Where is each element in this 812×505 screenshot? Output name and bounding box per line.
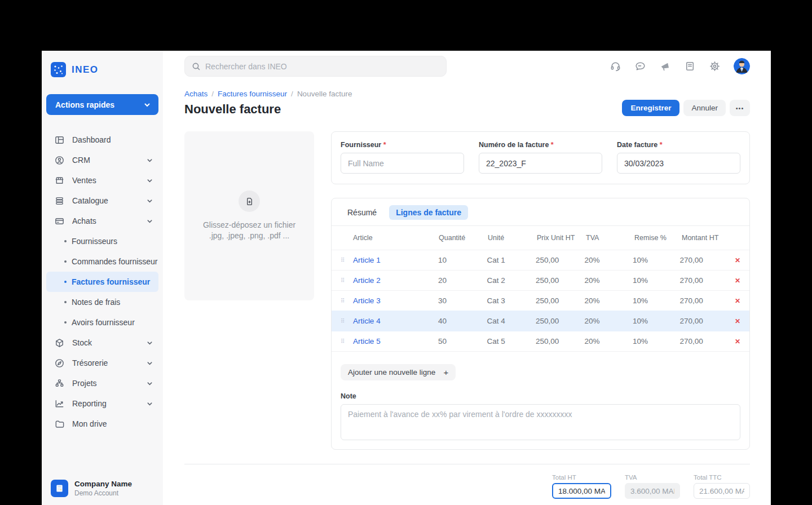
sidebar-item-projets[interactable]: Projets [46,373,158,393]
col-tva: TVA [586,234,634,242]
dashboard-icon [54,135,65,145]
sidebar-item-ventes[interactable]: Ventes [46,170,158,191]
sidebar-item-stock[interactable]: Stock [46,333,158,353]
sidebar-item-achats[interactable]: Achats [46,211,158,231]
drag-handle-icon[interactable]: ⠿ [341,298,353,304]
quick-actions-button[interactable]: Actions rapides [46,94,158,115]
search-input[interactable] [205,62,439,71]
fournisseur-label: Fournisseur * [341,141,464,149]
numero-facture-label: Numéro de la facture * [479,141,602,149]
brand-name: INEO [72,64,99,76]
invoice-header-form: Fournisseur * Numéro de la facture * Dat… [331,131,750,184]
article-link[interactable]: Article 2 [353,276,438,285]
footer-divider [184,464,750,464]
folder-icon [54,419,65,429]
user-avatar[interactable] [734,58,750,74]
search-icon [192,62,201,71]
chevron-down-icon [147,157,153,163]
main-area: Achats / Factures fournisseur / Nouvelle… [163,51,771,505]
fournisseur-field[interactable] [341,153,464,174]
sidebar-item-fournisseurs[interactable]: Fournisseurs [46,231,158,251]
file-dropzone[interactable]: Glissez-déposez un fichier .jpg, .jpeg, … [184,131,314,300]
stock-icon [54,338,65,348]
sidebar-item-avoirs-fournisseur[interactable]: Avoirs fournisseur [46,312,158,333]
col-article: Article [353,234,439,242]
breadcrumb-factures-fournisseur[interactable]: Factures fournisseur [218,90,287,98]
sidebar-item-factures-fournisseur[interactable]: Factures fournisseur [46,272,158,292]
table-row[interactable]: ⠿ Article 2 20 Cat 2 250,00 20% 10% 270,… [332,270,749,290]
breadcrumb-achats[interactable]: Achats [184,90,208,98]
col-remise: Remise % [634,234,682,242]
table-row[interactable]: ⠿ Article 3 30 Cat 3 250,00 20% 10% 270,… [332,290,749,311]
notes-icon[interactable] [684,60,696,72]
more-actions-button[interactable]: ••• [730,100,750,116]
drag-handle-icon[interactable]: ⠿ [341,318,353,324]
sidebar: INEO Actions rapides Dashboard CRM Vente… [42,51,163,505]
chat-icon[interactable] [634,60,646,72]
delete-row-icon[interactable]: ✕ [735,277,740,285]
col-montant-ht: Montant HT [682,234,737,242]
page-title: Nouvelle facture [184,102,352,117]
delete-row-icon[interactable]: ✕ [735,297,740,305]
tresorerie-icon [54,358,65,369]
article-link[interactable]: Article 4 [353,317,438,325]
company-account[interactable]: Company Name Demo Account [46,480,158,497]
date-facture-field[interactable] [617,153,740,174]
ineo-logo-icon [51,62,66,77]
bullet-icon [64,321,67,324]
add-line-button[interactable]: Ajouter une nouvelle ligne + [341,364,456,380]
chevron-down-icon [147,218,153,224]
sidebar-item-reporting[interactable]: Reporting [46,393,158,414]
sidebar-item-tresorerie[interactable]: Trésorerie [46,353,158,373]
totals-footer: Total HT TVA Total TTC [184,464,750,499]
projets-icon [54,378,65,389]
sidebar-item-mon-drive[interactable]: Mon drive [46,414,158,434]
total-ht-field[interactable] [552,483,611,499]
sidebar-item-catalogue[interactable]: Catalogue [46,191,158,211]
sidebar-item-crm[interactable]: CRM [46,150,158,170]
total-ht-label: Total HT [552,474,611,481]
announcement-icon[interactable] [659,60,671,72]
company-logo-icon [51,480,68,497]
sidebar-item-notes-de-frais[interactable]: Notes de frais [46,292,158,312]
article-link[interactable]: Article 5 [353,337,438,345]
support-headset-icon[interactable] [610,60,621,72]
global-search[interactable] [184,56,447,77]
app-window: INEO Actions rapides Dashboard CRM Vente… [42,51,771,505]
article-link[interactable]: Article 1 [353,256,438,264]
table-header: Article Quantité Unité Prix Unit HT TVA … [332,226,749,250]
crm-icon [54,155,65,166]
col-unite: Unité [488,234,537,242]
col-quantite: Quantité [439,234,488,242]
brand-logo[interactable]: INEO [46,59,158,77]
table-row[interactable]: ⠿ Article 5 50 Cat 5 250,00 20% 10% 270,… [332,331,749,351]
cancel-button[interactable]: Annuler [683,100,726,116]
numero-facture-field[interactable] [479,153,602,174]
bullet-icon [64,260,67,263]
chevron-down-icon [147,360,153,366]
delete-row-icon[interactable]: ✕ [735,256,740,264]
tab-lignes-de-facture[interactable]: Lignes de facture [389,205,468,220]
drag-handle-icon[interactable]: ⠿ [341,277,353,283]
tva-field[interactable] [625,483,680,499]
note-textarea[interactable] [341,404,740,440]
table-row-selected[interactable]: ⠿ Article 4 40 Cat 4 250,00 20% 10% 270,… [332,311,749,331]
chevron-down-icon [147,178,153,184]
chevron-down-icon [147,340,153,346]
settings-gear-icon[interactable] [709,60,721,72]
file-plus-icon [239,191,260,212]
article-link[interactable]: Article 3 [353,296,438,305]
chevron-down-icon [147,198,153,204]
total-ttc-field[interactable] [694,483,750,499]
bullet-icon [64,240,67,242]
tab-resume[interactable]: Résumé [341,205,383,220]
sidebar-item-commandes-fournisseur[interactable]: Commandes fournisseur [46,251,158,272]
drag-handle-icon[interactable]: ⠿ [341,257,353,263]
sidebar-item-dashboard[interactable]: Dashboard [46,130,158,150]
chevron-down-icon [147,401,153,407]
delete-row-icon[interactable]: ✕ [735,338,740,345]
delete-row-icon[interactable]: ✕ [735,317,740,325]
save-button[interactable]: Enregistrer [622,100,679,116]
drag-handle-icon[interactable]: ⠿ [341,338,353,344]
table-row[interactable]: ⠿ Article 1 10 Cat 1 250,00 20% 10% 270,… [332,250,749,270]
